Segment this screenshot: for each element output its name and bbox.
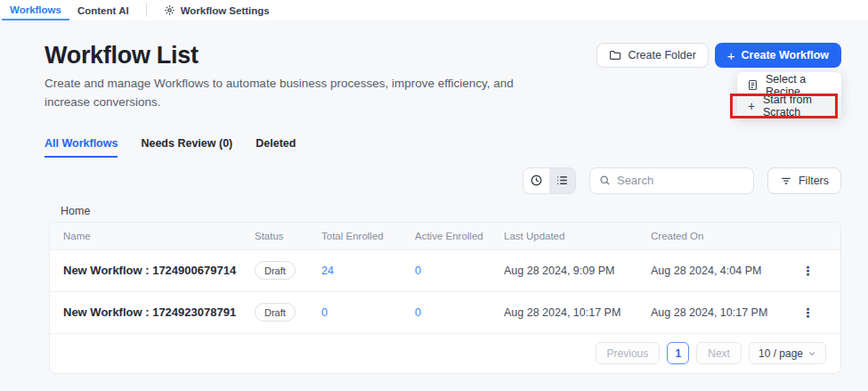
search-input[interactable]	[617, 174, 744, 187]
workflow-tabs: All Workflows Needs Review (0) Deleted	[45, 137, 841, 158]
nav-tab-workflows-label: Workflows	[10, 4, 61, 15]
filters-label: Filters	[799, 175, 829, 187]
last-updated-value: Aug 28 2024, 10:17 PM	[504, 306, 651, 319]
filters-button[interactable]: Filters	[767, 167, 841, 194]
nav-divider	[146, 3, 147, 17]
search-icon	[599, 175, 611, 186]
list-toolbar: Filters	[45, 167, 841, 194]
plus-icon: +	[747, 100, 756, 112]
status-badge: Draft	[255, 303, 296, 322]
page-header-text: Workflow List Create and manage Workflow…	[45, 42, 530, 112]
column-header-created-on: Created On	[651, 231, 793, 241]
view-toggle-group	[523, 167, 576, 194]
last-updated-value: Aug 28 2024, 9:09 PM	[504, 265, 651, 277]
nav-tab-workflows[interactable]: Workflows	[2, 0, 69, 20]
folder-icon	[609, 49, 621, 61]
page-size-select[interactable]: 10 / page	[749, 342, 826, 364]
workflow-table: Name Status Total Enrolled Active Enroll…	[49, 222, 841, 374]
tab-all-workflows[interactable]: All Workflows	[45, 137, 118, 158]
nav-tab-workflow-settings-label: Workflow Settings	[181, 5, 270, 16]
workflow-list-page: Workflows Content AI Workflow Settings W…	[0, 0, 868, 391]
actions-cell: ⋮	[802, 263, 832, 279]
page-size-label: 10 / page	[758, 347, 803, 360]
gear-icon	[164, 4, 175, 16]
menu-item-start-from-scratch-label: Start from Scratch	[763, 94, 831, 118]
column-header-active-enrolled: Active Enrolled	[415, 231, 504, 241]
created-on-value: Aug 28 2024, 10:17 PM	[651, 306, 793, 319]
next-page-button[interactable]: Next	[696, 342, 742, 364]
workflow-name-link[interactable]: New Workflow : 1724923078791	[63, 305, 255, 319]
total-enrolled-link[interactable]: 0	[321, 306, 415, 319]
column-header-total-enrolled: Total Enrolled	[321, 231, 415, 241]
created-on-value: Aug 28 2024, 4:04 PM	[651, 265, 793, 277]
tab-needs-review-label: Needs Review (0)	[141, 137, 232, 150]
nav-tab-workflow-settings[interactable]: Workflow Settings	[156, 0, 278, 20]
search-box	[589, 167, 754, 194]
total-enrolled-link[interactable]: 24	[321, 265, 415, 277]
status-cell: Draft	[255, 261, 321, 280]
tab-deleted-label: Deleted	[256, 137, 296, 150]
actions-cell: ⋮	[802, 305, 832, 321]
recipe-icon	[747, 79, 758, 91]
kebab-menu-icon[interactable]: ⋮	[802, 265, 815, 277]
content-area: Workflow List Create and manage Workflow…	[0, 20, 868, 374]
chevron-down-icon	[807, 349, 816, 358]
tab-needs-review[interactable]: Needs Review (0)	[141, 137, 232, 158]
page-number-button[interactable]: 1	[667, 342, 689, 364]
header-actions: Create Folder + Create Workflow	[596, 43, 841, 68]
breadcrumb[interactable]: Home	[61, 205, 841, 217]
list-icon	[556, 174, 569, 187]
column-header-name: Name	[63, 231, 255, 241]
status-badge: Draft	[255, 261, 296, 280]
status-cell: Draft	[255, 303, 321, 322]
clock-icon	[530, 174, 543, 187]
tab-all-workflows-label: All Workflows	[45, 137, 118, 150]
create-folder-button[interactable]: Create Folder	[596, 43, 708, 68]
filter-icon	[780, 175, 792, 187]
table-row: New Workflow : 1724900679714 Draft 24 0 …	[50, 249, 840, 291]
active-enrolled-link[interactable]: 0	[415, 306, 504, 319]
create-folder-label: Create Folder	[628, 49, 695, 61]
create-workflow-button[interactable]: + Create Workflow	[715, 43, 841, 68]
column-header-status: Status	[255, 231, 321, 241]
kebab-menu-icon[interactable]: ⋮	[802, 306, 815, 319]
list-view-button[interactable]	[549, 168, 575, 193]
pagination-bar: Previous 1 Next 10 / page	[50, 333, 840, 373]
recent-view-button[interactable]	[523, 168, 549, 193]
nav-tab-content-ai-label: Content AI	[77, 5, 129, 16]
top-nav: Workflows Content AI Workflow Settings	[0, 0, 868, 20]
previous-page-button[interactable]: Previous	[596, 342, 661, 364]
create-workflow-label: Create Workflow	[742, 49, 829, 61]
create-workflow-menu: Select a Recipe + Start from Scratch	[737, 72, 841, 118]
table-row: New Workflow : 1724923078791 Draft 0 0 A…	[50, 291, 840, 333]
active-enrolled-link[interactable]: 0	[415, 265, 504, 277]
table-header-row: Name Status Total Enrolled Active Enroll…	[50, 223, 840, 249]
page-description: Create and manage Workflows to automate …	[45, 75, 530, 112]
workflow-name-link[interactable]: New Workflow : 1724900679714	[63, 264, 255, 277]
nav-tab-content-ai[interactable]: Content AI	[69, 0, 137, 20]
plus-icon: +	[727, 49, 735, 62]
tab-deleted[interactable]: Deleted	[256, 137, 296, 158]
column-header-last-updated: Last Updated	[504, 231, 651, 241]
page-title: Workflow List	[45, 42, 530, 69]
menu-item-start-from-scratch[interactable]: + Start from Scratch	[737, 95, 841, 116]
page-header: Workflow List Create and manage Workflow…	[45, 42, 841, 112]
